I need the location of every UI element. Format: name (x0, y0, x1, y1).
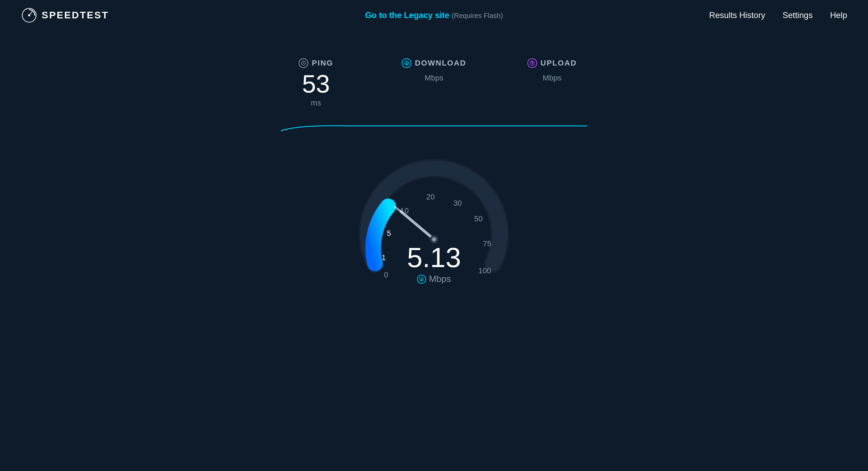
gauge-container: 0 1 5 10 20 30 50 75 100 (347, 139, 521, 312)
legacy-requires-text: (Requires Flash) (452, 12, 503, 19)
ping-label-text: PING (312, 59, 333, 68)
logo-icon (21, 7, 37, 24)
svg-line-2 (29, 12, 32, 15)
svg-text:1: 1 (382, 253, 386, 262)
ping-stat: PING 53 ms (257, 58, 375, 108)
svg-text:5: 5 (387, 229, 391, 238)
download-icon (402, 58, 411, 68)
download-stat: DOWNLOAD Mbps (375, 58, 493, 83)
gauge-download-icon (417, 275, 426, 284)
svg-line-15 (401, 212, 434, 239)
progress-container (278, 118, 590, 132)
download-label: DOWNLOAD (402, 58, 466, 68)
upload-icon (527, 58, 537, 68)
ping-value: 53 (302, 71, 330, 96)
upload-label: UPLOAD (527, 58, 577, 68)
main-content: PING 53 ms DOWNLOAD Mbps (0, 31, 868, 312)
gauge-number: 5.13 (407, 244, 461, 272)
legacy-link[interactable]: Go to the Legacy site (365, 10, 449, 20)
svg-text:30: 30 (453, 199, 462, 207)
ping-label: PING (299, 58, 333, 68)
logo-text: SPEEDTEST (42, 10, 109, 21)
svg-text:100: 100 (478, 266, 491, 275)
settings-link[interactable]: Settings (783, 10, 813, 20)
help-link[interactable]: Help (830, 10, 847, 20)
upload-unit: Mbps (543, 74, 561, 83)
gauge-unit-row: Mbps (407, 274, 461, 284)
header-center: Go to the Legacy site (Requires Flash) (365, 10, 503, 20)
download-unit: Mbps (425, 74, 443, 83)
upload-stat: UPLOAD Mbps (493, 58, 611, 83)
logo: SPEEDTEST (21, 7, 109, 24)
svg-text:75: 75 (483, 239, 491, 248)
stats-row: PING 53 ms DOWNLOAD Mbps (257, 58, 611, 108)
svg-text:0: 0 (384, 271, 388, 279)
gauge-unit-text: Mbps (429, 274, 451, 284)
svg-text:20: 20 (426, 192, 435, 201)
header: SPEEDTEST Go to the Legacy site (Require… (0, 0, 868, 31)
gauge-svg: 0 1 5 10 20 30 50 75 100 (347, 139, 521, 312)
download-label-text: DOWNLOAD (415, 59, 466, 68)
svg-point-18 (432, 237, 436, 241)
ping-icon (299, 58, 308, 68)
gauge-center-value: 5.13 Mbps (407, 244, 461, 284)
upload-label-text: UPLOAD (541, 59, 577, 68)
results-history-link[interactable]: Results History (709, 10, 765, 20)
svg-text:50: 50 (474, 214, 483, 223)
progress-line-svg (278, 123, 590, 134)
header-nav: Results History Settings Help (709, 10, 847, 20)
ping-unit: ms (311, 99, 321, 108)
